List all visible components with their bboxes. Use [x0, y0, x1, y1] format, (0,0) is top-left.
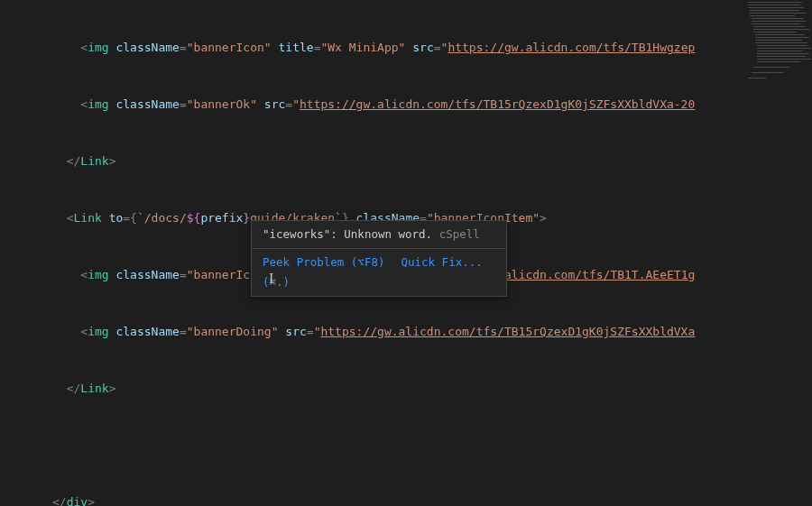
code-line[interactable] [16, 436, 812, 455]
minimap[interactable] [744, 0, 812, 135]
gutter [0, 0, 16, 506]
mouse-cursor-ibeam: I [269, 269, 273, 288]
code-line[interactable]: </div> [16, 492, 812, 506]
code-line[interactable]: </Link> [16, 379, 812, 398]
code-line[interactable]: <img className="bannerIcon" title="Wx Mi… [16, 38, 812, 57]
problem-hover-widget: "iceworks": Unknown word. cSpell Peek Pr… [251, 220, 507, 297]
problem-source: cSpell [439, 227, 480, 241]
problem-message: "iceworks": Unknown word. [263, 227, 432, 241]
code-line[interactable]: </Link> [16, 152, 812, 170]
code-line[interactable]: <img className="bannerOk" src="https://g… [16, 95, 812, 114]
code-line[interactable]: <img className="bannerDoing" src="https:… [16, 322, 812, 341]
peek-problem-link[interactable]: Peek Problem (⌥F8) [263, 255, 384, 269]
